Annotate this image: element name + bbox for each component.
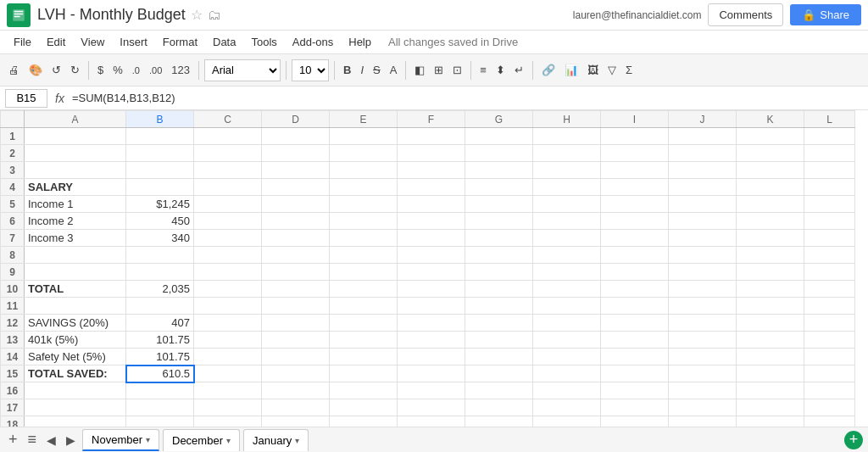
cell[interactable] [533, 416, 601, 427]
col-header-e[interactable]: E [330, 111, 398, 128]
cell[interactable] [194, 230, 262, 247]
cell[interactable] [194, 399, 262, 416]
cell[interactable] [194, 281, 262, 298]
menu-tools[interactable]: Tools [244, 33, 283, 51]
cell[interactable] [465, 416, 533, 427]
cell[interactable] [669, 416, 737, 427]
cell[interactable] [533, 213, 601, 230]
cell[interactable] [330, 145, 398, 162]
cell[interactable] [25, 264, 126, 281]
cell[interactable] [262, 264, 330, 281]
cell[interactable] [330, 366, 398, 382]
cell[interactable] [737, 332, 804, 349]
cell[interactable] [194, 332, 262, 349]
cell[interactable] [126, 179, 194, 196]
cell[interactable] [194, 162, 262, 179]
cell[interactable] [330, 332, 398, 349]
cell[interactable]: Safety Net (5%) [25, 349, 126, 366]
cell[interactable] [330, 179, 398, 196]
sheet-list-button[interactable]: ≡ [25, 431, 41, 449]
cell[interactable] [330, 298, 398, 315]
cell[interactable] [737, 349, 804, 366]
cell[interactable] [262, 315, 330, 332]
scroll-sheets-right-button[interactable]: ▶ [63, 432, 79, 449]
link-button[interactable]: 🔗 [538, 61, 559, 79]
cell[interactable] [398, 382, 465, 399]
cell[interactable] [737, 399, 804, 416]
cell[interactable] [669, 298, 737, 315]
row-header-10[interactable]: 10 [1, 281, 25, 298]
cell[interactable] [465, 264, 533, 281]
cell[interactable] [465, 399, 533, 416]
text-wrap-button[interactable]: ↵ [511, 61, 527, 79]
cell[interactable]: SALARY [25, 179, 126, 196]
cell[interactable]: 401k (5%) [25, 332, 126, 349]
cell[interactable] [533, 162, 601, 179]
redo-button[interactable]: ↻ [67, 61, 83, 79]
cell[interactable] [669, 213, 737, 230]
fill-color-button[interactable]: ◧ [411, 61, 428, 79]
cell[interactable] [398, 349, 465, 366]
cell[interactable] [330, 230, 398, 247]
cell[interactable] [465, 230, 533, 247]
cell[interactable] [398, 366, 465, 382]
cell[interactable] [126, 382, 194, 399]
cell[interactable] [533, 179, 601, 196]
cell[interactable] [126, 264, 194, 281]
cell[interactable]: 2,035 [126, 281, 194, 298]
cell[interactable] [262, 247, 330, 264]
cell[interactable] [669, 349, 737, 366]
undo-button[interactable]: ↺ [48, 61, 64, 79]
cell[interactable] [737, 128, 804, 145]
cell[interactable] [533, 230, 601, 247]
decrease-decimal-button[interactable]: .0 [129, 63, 143, 78]
cell[interactable] [262, 128, 330, 145]
cell[interactable] [533, 349, 601, 366]
cell[interactable] [465, 332, 533, 349]
col-header-h[interactable]: H [533, 111, 601, 128]
cell[interactable] [262, 179, 330, 196]
cell[interactable] [465, 128, 533, 145]
cell[interactable] [804, 196, 855, 213]
cell[interactable] [330, 213, 398, 230]
row-header-11[interactable]: 11 [1, 298, 25, 315]
cell[interactable] [262, 366, 330, 382]
cell[interactable] [804, 416, 855, 427]
cell[interactable]: TOTAL [25, 281, 126, 298]
cell[interactable] [25, 298, 126, 315]
cell[interactable] [126, 298, 194, 315]
grid-wrapper[interactable]: A B C D E F G H I J K L 1234SALARY5Incom… [0, 110, 868, 427]
col-header-j[interactable]: J [669, 111, 737, 128]
cell[interactable]: 407 [126, 315, 194, 332]
cell[interactable] [669, 145, 737, 162]
row-header-17[interactable]: 17 [1, 399, 25, 416]
cell[interactable] [398, 230, 465, 247]
cell[interactable] [804, 366, 855, 382]
cell[interactable] [533, 247, 601, 264]
cell[interactable] [398, 247, 465, 264]
cell[interactable]: 340 [126, 230, 194, 247]
sheet-tab-december[interactable]: December ▾ [163, 429, 240, 451]
menu-edit[interactable]: Edit [40, 33, 72, 51]
cell[interactable] [533, 315, 601, 332]
cell[interactable] [262, 298, 330, 315]
menu-data[interactable]: Data [206, 33, 242, 51]
cell[interactable] [126, 416, 194, 427]
row-header-18[interactable]: 18 [1, 416, 25, 427]
paint-format-button[interactable]: 🎨 [25, 61, 46, 79]
cell[interactable] [601, 213, 669, 230]
cell[interactable] [737, 315, 804, 332]
cell[interactable] [804, 399, 855, 416]
font-selector[interactable]: Arial [204, 59, 281, 81]
cell[interactable] [533, 145, 601, 162]
chart-button[interactable]: 📊 [561, 61, 581, 79]
percent-button[interactable]: % [109, 61, 126, 79]
cell[interactable] [330, 247, 398, 264]
cell[interactable] [804, 179, 855, 196]
menu-help[interactable]: Help [342, 33, 378, 51]
cell[interactable] [398, 128, 465, 145]
cell[interactable] [601, 196, 669, 213]
image-button[interactable]: 🖼 [584, 61, 602, 79]
cell[interactable] [601, 382, 669, 399]
cell[interactable] [669, 230, 737, 247]
